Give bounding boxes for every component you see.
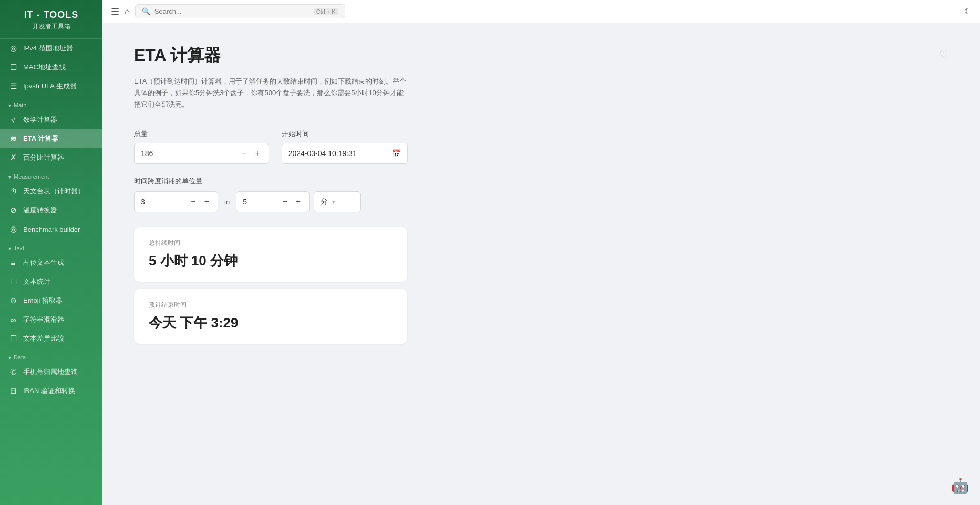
percent-calc-icon: ✗ (8, 153, 18, 162)
text-diff-icon: ☐ (8, 334, 18, 343)
search-shortcut: Ctrl + K (314, 8, 338, 15)
math-arrow-icon: ▾ (8, 102, 11, 108)
app-subtitle: 开发者工具箱 (5, 22, 97, 31)
char-shuffle-icon: ∞ (8, 315, 18, 324)
timespan-amount-decrement[interactable]: − (189, 197, 198, 207)
section-data: ▾ Data (0, 348, 102, 363)
form-row-total-time: 总量 − + 开始时间 📅 (134, 129, 948, 164)
timespan-per-wrapper: − + (236, 191, 310, 212)
duration-result-card: 总持续时间 5 小时 10 分钟 (134, 227, 407, 282)
page-title: ETA 计算器 (134, 44, 221, 67)
sidebar-item-math-calc[interactable]: √ 数学计算器 (0, 110, 102, 129)
timespan-row: − + in − + 分 ▾ (134, 191, 948, 212)
sidebar-item-char-shuffle[interactable]: ∞ 字符串混滑器 (0, 310, 102, 329)
temp-icon: ⊘ (8, 205, 18, 215)
in-label: in (222, 198, 232, 206)
topbar: ☰ ⌂ 🔍 Ctrl + K ☾ (102, 0, 980, 23)
search-input[interactable] (154, 7, 310, 15)
sidebar-item-word-stat[interactable]: ☐ 文本统计 (0, 272, 102, 291)
sidebar-header: IT - TOOLS 开发者工具箱 (0, 0, 102, 39)
section-measurement: ▾ Measurement (0, 167, 102, 182)
sidebar-item-temp[interactable]: ⊘ 温度转换器 (0, 201, 102, 220)
page-header: ETA 计算器 ♡ (134, 44, 948, 67)
finish-label: 预计结束时间 (149, 301, 393, 310)
ipv4-icon: ◎ (8, 44, 18, 53)
timespan-amount-input[interactable] (141, 198, 184, 206)
section-math: ▾ Math (0, 96, 102, 110)
sidebar-item-percent-calc[interactable]: ✗ 百分比计算器 (0, 148, 102, 167)
timespan-amount-wrapper: − + (134, 191, 218, 212)
total-decrement-button[interactable]: − (240, 148, 249, 159)
sidebar-item-astro[interactable]: ⏱ 天文台表（计时器） (0, 182, 102, 201)
timespan-unit-select[interactable]: 分 ▾ (314, 191, 361, 212)
search-bar[interactable]: 🔍 Ctrl + K (135, 4, 345, 18)
phone-icon: ✆ (8, 367, 18, 377)
total-increment-button[interactable]: + (253, 148, 262, 159)
start-time-input[interactable] (288, 149, 388, 158)
sidebar-item-emoji[interactable]: ⊙ Emoji 拾取器 (0, 291, 102, 310)
ipvsh-icon: ☰ (8, 81, 18, 91)
timespan-per-input[interactable] (243, 198, 276, 206)
calendar-icon[interactable]: 📅 (392, 149, 401, 158)
sidebar-item-phone[interactable]: ✆ 手机号归属地查询 (0, 363, 102, 382)
section-text: ▾ Text (0, 239, 102, 253)
content-area: ETA 计算器 ♡ ETA（预计到达时间）计算器，用于了解任务的大致结束时间，例… (102, 23, 980, 505)
iban-icon: ⊟ (8, 386, 18, 396)
measurement-arrow-icon: ▾ (8, 174, 11, 180)
sidebar-item-ipv4[interactable]: ◎ IPv4 范围地址器 (0, 39, 102, 58)
main-wrapper: ☰ ⌂ 🔍 Ctrl + K ☾ ETA 计算器 ♡ ETA（预计到达时间）计算… (102, 0, 980, 505)
total-label: 总量 (134, 129, 269, 139)
total-input-wrapper: − + (134, 143, 269, 164)
timespan-per-decrement[interactable]: − (280, 197, 289, 207)
sidebar-item-placeholder[interactable]: ≡ 占位文本生成 (0, 253, 102, 272)
placeholder-icon: ≡ (8, 259, 18, 267)
astro-icon: ⏱ (8, 187, 18, 196)
timespan-per-increment[interactable]: + (294, 197, 303, 207)
word-stat-icon: ☐ (8, 277, 18, 286)
page-description: ETA（预计到达时间）计算器，用于了解任务的大致结束时间，例如下载结束的时刻。举… (134, 76, 407, 110)
sidebar-item-eta-calc[interactable]: ≋ ETA 计算器 (0, 129, 102, 148)
eta-calc-icon: ≋ (8, 134, 18, 143)
mac-icon: ☐ (8, 63, 18, 72)
search-icon: 🔍 (142, 7, 150, 15)
robot-icon[interactable]: 🤖 (951, 477, 969, 494)
benchmark-icon: ◎ (8, 224, 18, 234)
favorite-icon[interactable]: ♡ (939, 48, 948, 61)
menu-icon[interactable]: ☰ (111, 6, 119, 17)
sidebar-item-benchmark[interactable]: ◎ Benchmark builder (0, 220, 102, 239)
duration-label: 总持续时间 (149, 239, 393, 248)
finish-result-card: 预计结束时间 今天 下午 3:29 (134, 289, 407, 344)
sidebar-item-mac[interactable]: ☐ MAC地址查找 (0, 58, 102, 77)
data-arrow-icon: ▾ (8, 355, 11, 360)
home-icon[interactable]: ⌂ (125, 7, 130, 16)
timespan-group: 时间跨度消耗的单位量 (134, 177, 948, 186)
start-time-input-wrapper: 📅 (282, 143, 408, 164)
duration-value: 5 小时 10 分钟 (149, 252, 393, 270)
finish-value: 今天 下午 3:29 (149, 314, 393, 332)
emoji-icon: ⊙ (8, 296, 18, 305)
sidebar: IT - TOOLS 开发者工具箱 ◎ IPv4 范围地址器 ☐ MAC地址查找… (0, 0, 102, 505)
timespan-amount-increment[interactable]: + (202, 197, 211, 207)
sidebar-item-text-diff[interactable]: ☐ 文本差异比较 (0, 329, 102, 348)
start-time-group: 开始时间 📅 (282, 129, 408, 164)
timespan-label: 时间跨度消耗的单位量 (134, 177, 948, 186)
text-arrow-icon: ▾ (8, 245, 11, 251)
app-title: IT - TOOLS (5, 9, 97, 20)
total-group: 总量 − + (134, 129, 269, 164)
sidebar-item-iban[interactable]: ⊟ IBAN 验证和转换 (0, 382, 102, 400)
start-time-label: 开始时间 (282, 129, 408, 139)
math-calc-icon: √ (8, 116, 18, 125)
sidebar-item-ipvsh[interactable]: ☰ Ipvsh ULA 生成器 (0, 77, 102, 96)
total-input[interactable] (141, 149, 235, 158)
unit-label: 分 (321, 197, 328, 207)
unit-chevron-icon: ▾ (332, 199, 335, 205)
dark-mode-button[interactable]: ☾ (964, 6, 972, 16)
